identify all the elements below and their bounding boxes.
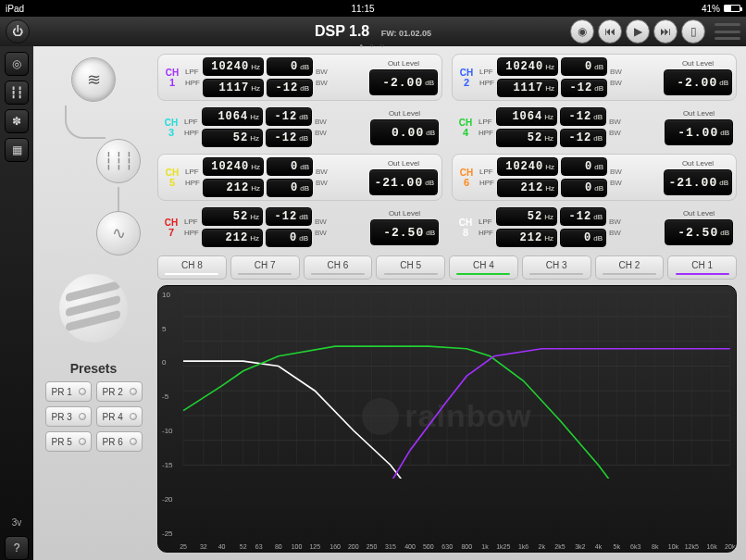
channel-row-4: CH4LPFHPF1064Hz52Hz-12dB-12dBBWBWOut Lev… (452, 105, 737, 150)
legend-label: CH 6 (327, 260, 348, 270)
lpf-slope[interactable]: -12dB (560, 207, 606, 226)
hpf-freq[interactable]: 52Hz (202, 129, 263, 147)
preset-led (79, 438, 86, 445)
channel-legend: CH 8CH 7CH 6CH 5CH 4CH 3CH 2CH 1 (157, 255, 737, 280)
lpf-slope[interactable]: -12dB (266, 207, 312, 226)
out-level[interactable]: 0.00dB (370, 119, 439, 145)
y-tick: -20 (162, 495, 173, 504)
lpf-slope[interactable]: 0dB (561, 57, 607, 76)
y-tick: 10 (162, 290, 170, 298)
hpf-label: HPF (479, 229, 493, 237)
x-tick: 315 (385, 543, 396, 550)
x-tick: 6k3 (630, 543, 640, 550)
legend-ch-8[interactable]: CH 8 (157, 255, 227, 280)
y-tick: -5 (162, 392, 168, 401)
lpf-freq[interactable]: 10240Hz (203, 157, 264, 176)
legend-ch-2[interactable]: CH 2 (595, 255, 665, 280)
nav-faders[interactable]: ┆┆┆ (96, 139, 141, 183)
nav-osc[interactable]: ∿ (96, 211, 141, 255)
out-level[interactable]: -2.00dB (369, 69, 438, 95)
bw-label: BW (315, 218, 328, 226)
lpf-freq[interactable]: 52Hz (496, 207, 557, 226)
x-tick: 100 (292, 543, 303, 550)
next-button[interactable]: ⏭ (653, 19, 678, 44)
lpf-label: LPF (479, 118, 493, 126)
prev-button[interactable]: ⏮ (598, 19, 622, 44)
lpf-freq[interactable]: 52Hz (202, 207, 263, 226)
hpf-slope[interactable]: -12dB (267, 79, 313, 97)
out-level[interactable]: -2.50dB (370, 219, 439, 245)
legend-ch-7[interactable]: CH 7 (230, 255, 300, 280)
hpf-freq[interactable]: 1117Hz (203, 79, 264, 97)
legend-ch-6[interactable]: CH 6 (304, 255, 373, 280)
out-level[interactable]: -2.50dB (665, 219, 733, 245)
hpf-freq[interactable]: 52Hz (496, 129, 557, 147)
legend-color (676, 273, 729, 275)
hpf-freq[interactable]: 212Hz (202, 229, 263, 247)
battery-icon (724, 5, 740, 12)
legend-ch-5[interactable]: CH 5 (376, 255, 445, 280)
lpf-freq[interactable]: 1064Hz (202, 107, 263, 126)
response-chart[interactable]: rainbow 1050-5-10-15-20-25 2532405263801… (157, 285, 737, 553)
x-tick: 52 (240, 543, 247, 550)
out-level-label: Out Level (389, 109, 420, 118)
hpf-slope[interactable]: -12dB (560, 129, 606, 147)
preset-1[interactable]: PR 1 (45, 381, 92, 402)
x-tick: 630 (441, 543, 453, 550)
lpf-freq[interactable]: 1064Hz (496, 107, 557, 126)
ios-statusbar: iPad 11:15 41% (0, 0, 746, 17)
nav-eq[interactable]: ≋ (71, 57, 116, 102)
hpf-slope[interactable]: 0dB (266, 229, 312, 247)
rail-sliders-button[interactable]: ┇┇ (5, 81, 29, 105)
hpf-freq[interactable]: 212Hz (496, 229, 557, 247)
hpf-slope[interactable]: 0dB (267, 179, 313, 197)
out-level[interactable]: -1.00dB (665, 119, 733, 145)
lpf-freq[interactable]: 10240Hz (497, 157, 558, 176)
rail-chip-button[interactable]: ▦ (5, 138, 29, 162)
hpf-slope[interactable]: 0dB (561, 179, 607, 197)
out-level[interactable]: -2.00dB (664, 69, 732, 95)
play-button[interactable]: ▶ (626, 19, 650, 44)
menu-icon[interactable] (715, 23, 740, 40)
lpf-slope[interactable]: -12dB (266, 107, 312, 126)
hpf-slope[interactable]: -12dB (266, 129, 312, 147)
lpf-freq[interactable]: 10240Hz (497, 57, 558, 76)
hpf-freq[interactable]: 212Hz (497, 179, 558, 197)
rail-car-button[interactable]: ◎ (5, 52, 29, 76)
hpf-slope[interactable]: -12dB (561, 79, 607, 97)
device-button[interactable]: ▯ (681, 19, 705, 44)
preset-5[interactable]: PR 5 (45, 431, 92, 452)
lpf-slope[interactable]: -12dB (560, 107, 606, 126)
legend-label: CH 2 (618, 260, 640, 270)
legend-label: CH 1 (691, 260, 713, 270)
x-tick: 63 (255, 543, 263, 550)
preset-3[interactable]: PR 3 (45, 406, 92, 427)
preset-2[interactable]: PR 2 (96, 381, 143, 402)
out-level[interactable]: -21.00dB (369, 169, 438, 195)
preset-6[interactable]: PR 6 (96, 431, 143, 452)
lpf-slope[interactable]: 0dB (561, 157, 607, 176)
legend-ch-4[interactable]: CH 4 (449, 255, 518, 280)
legend-ch-3[interactable]: CH 3 (522, 255, 591, 280)
power-button[interactable]: ⏻ (6, 19, 30, 44)
lpf-label: LPF (184, 118, 199, 126)
hpf-slope[interactable]: 0dB (560, 229, 606, 247)
legend-label: CH 5 (400, 260, 421, 270)
app-header: ⏻ DSP 1.8 FW: 01.02.05 ● ○ ○ ◉ ⏮ ▶ ⏭ ▯ (0, 17, 746, 46)
legend-ch-1[interactable]: CH 1 (667, 255, 737, 280)
channel-label: CH7 (161, 218, 181, 237)
lpf-freq[interactable]: 10240Hz (203, 57, 264, 76)
preset-led (79, 388, 86, 395)
help-button[interactable]: ? (5, 536, 29, 560)
lpf-label: LPF (479, 218, 493, 226)
rail-fan-button[interactable]: ✽ (5, 109, 29, 133)
lpf-slope[interactable]: 0dB (267, 157, 313, 176)
x-tick: 40 (218, 543, 226, 550)
content-area: CH1LPFHPF10240Hz1117Hz0dB-12dBBWBWOut Le… (154, 46, 746, 560)
preset-4[interactable]: PR 4 (96, 406, 143, 427)
hpf-freq[interactable]: 212Hz (203, 179, 264, 197)
out-level[interactable]: -21.00dB (664, 169, 732, 195)
lpf-slope[interactable]: 0dB (267, 57, 313, 76)
hpf-freq[interactable]: 1117Hz (497, 79, 558, 97)
record-button[interactable]: ◉ (570, 19, 594, 44)
